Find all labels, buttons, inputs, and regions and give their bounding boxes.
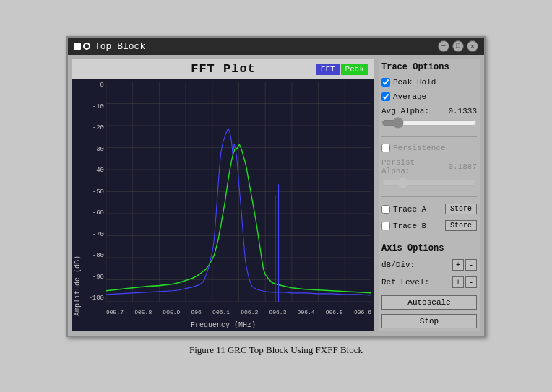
maximize-button[interactable]: □ [452,40,464,52]
title-bar-left: Top Block [74,41,145,52]
plot-container: Amplitude (dB) 0 -10 -20 -30 -40 -50 -60… [72,79,374,319]
trace-b-checkbox[interactable] [381,222,390,230]
y-label-2: -20 [83,124,106,131]
minimize-button[interactable]: ─ [438,40,449,52]
y-label-10: -100 [83,295,106,302]
avg-alpha-label: Avg Alpha: [381,107,429,116]
peak-hold-checkbox[interactable] [381,78,390,87]
y-labels: 0 -10 -20 -30 -40 -50 -60 -70 -80 -90 -1… [83,79,106,305]
axis-options-title: Axis Options [381,243,477,253]
db-div-minus-button[interactable]: - [465,259,477,271]
y-label-4: -40 [83,167,106,174]
x-label-0: 905.7 [106,309,124,315]
x-label-2: 905.9 [163,309,180,315]
plot-title-bar: FFT Plot FFT Peak [72,59,374,79]
x-label-1: 905.8 [134,309,152,315]
peak-hold-label: Peak Hold [393,78,436,87]
y-label-5: -50 [83,188,106,196]
avg-alpha-label-row: Avg Alpha: 0.1333 [381,107,477,116]
x-label-3: 906 [191,309,202,315]
ref-level-controls: + - [452,276,477,288]
x-label-4: 906.1 [212,309,230,315]
avg-alpha-slider[interactable] [381,117,477,129]
figure-caption: Figure 11 GRC Top Block Using FXFF Block [189,344,363,356]
autoscale-button[interactable]: Autoscale [381,295,477,310]
trace-b-label: Trace B [393,222,442,230]
control-panel: Trace Options Peak Hold Average Avg Alph… [379,59,480,331]
avg-alpha-row: Avg Alpha: 0.1333 [381,107,477,130]
db-div-label: dB/Div: [381,261,415,269]
db-div-row: dB/Div: + - [381,259,477,271]
persistence-row: Persistence [381,144,477,152]
plot-section: FFT Plot FFT Peak Amplitude (dB) 0 -10 -… [72,59,374,331]
y-label-0: 0 [83,82,106,89]
y-label-7: -70 [83,231,106,238]
avg-alpha-value: 0.1333 [448,107,477,116]
peak-hold-row: Peak Hold [381,78,477,87]
trace-b-row: Trace B Store [381,220,477,231]
trace-a-label: Trace A [393,205,442,214]
ref-level-minus-button[interactable]: - [465,276,477,288]
average-checkbox[interactable] [381,92,390,101]
window-controls: ─ □ ✕ [438,40,478,52]
square-icon [74,43,81,50]
ref-level-plus-button[interactable]: + [452,276,464,288]
trace-options-title: Trace Options [381,62,477,72]
trace-a-checkbox[interactable] [381,205,390,214]
title-bar: Top Block ─ □ ✕ [68,38,484,55]
fft-button[interactable]: FFT [316,64,340,75]
ref-level-row: Ref Level: + - [381,276,477,288]
persistence-label: Persistence [393,144,446,152]
persist-alpha-slider[interactable] [381,177,477,188]
plot-svg [106,82,371,302]
circle-icon [83,43,90,50]
main-window: Top Block ─ □ ✕ FFT Plot FFT Peak Amplit… [66,36,486,337]
x-label-5: 906.2 [241,309,258,315]
x-label-8: 906.5 [326,309,343,315]
y-label-1: -10 [83,103,106,110]
y-label-8: -80 [83,252,106,259]
persist-alpha-label: Persist Alpha: [381,158,448,175]
db-div-plus-button[interactable]: + [452,259,464,271]
plot-inner: 0 -10 -20 -30 -40 -50 -60 -70 -80 -90 -1… [83,79,374,319]
average-row: Average [381,92,477,101]
persist-alpha-value: 0.1887 [448,162,477,171]
x-label-6: 906.3 [269,309,286,315]
trace-b-store-button[interactable]: Store [445,220,477,231]
title-icon [74,43,90,50]
y-axis-label: Amplitude (dB) [72,79,83,319]
x-label-7: 906.4 [298,309,315,315]
window-title: Top Block [95,41,145,52]
persist-alpha-row: Persist Alpha: 0.1887 [381,158,477,190]
plot-buttons: FFT Peak [316,64,368,75]
trace-a-store-button[interactable]: Store [445,204,477,214]
x-axis-label: Frequency (MHz) [72,319,374,331]
y-label-9: -90 [83,274,106,281]
trace-a-row: Trace A Store [381,204,477,214]
y-label-3: -30 [83,146,106,153]
content-area: FFT Plot FFT Peak Amplitude (dB) 0 -10 -… [68,55,484,336]
persist-alpha-label-row: Persist Alpha: 0.1887 [381,158,477,175]
plot-area [106,82,371,302]
close-button[interactable]: ✕ [467,40,478,52]
peak-button[interactable]: Peak [341,64,368,75]
average-label: Average [393,92,426,101]
plot-title: FFT Plot [191,62,256,76]
x-labels: 905.7 905.8 905.9 906 906.1 906.2 906.3 … [106,305,371,319]
stop-button[interactable]: Stop [381,314,477,328]
db-div-controls: + - [452,259,477,271]
ref-level-label: Ref Level: [381,278,429,287]
persistence-checkbox[interactable] [381,144,390,152]
x-label-9: 906.6 [354,309,371,315]
y-label-6: -60 [83,209,106,217]
